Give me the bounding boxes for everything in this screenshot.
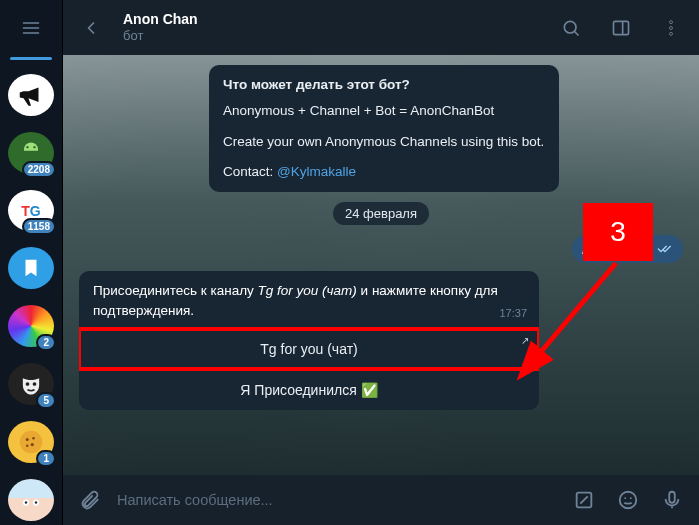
svg-point-7 bbox=[20, 431, 43, 454]
inline-buttons-row1: Tg for you (чат) ↗ bbox=[79, 328, 539, 369]
svg-point-14 bbox=[25, 501, 28, 504]
chat-title-block[interactable]: Anon Chan бот bbox=[123, 11, 539, 43]
sidebar-item-cookie[interactable]: 1 bbox=[8, 421, 54, 463]
svg-line-25 bbox=[580, 496, 587, 503]
svg-point-6 bbox=[33, 382, 37, 386]
chat-list: 2208 TG 1158 2 5 1 bbox=[8, 55, 54, 525]
svg-point-9 bbox=[32, 437, 35, 440]
sidebar-item-face[interactable] bbox=[8, 479, 54, 521]
emoji-button[interactable] bbox=[611, 483, 645, 517]
contact-link[interactable]: @Kylmakalle bbox=[277, 164, 356, 179]
incoming-message: Присоединитесь к каналу Tg for you (чат)… bbox=[79, 271, 539, 410]
sidebar-item-saved[interactable] bbox=[8, 247, 54, 289]
chat-title: Anon Chan bbox=[123, 11, 539, 28]
bot-commands-button[interactable] bbox=[567, 483, 601, 517]
svg-point-8 bbox=[26, 438, 29, 441]
date-separator: 24 февраля bbox=[333, 202, 429, 225]
search-button[interactable] bbox=[553, 10, 589, 46]
annotation-arrow-icon bbox=[511, 255, 631, 385]
inline-buttons-row2: Я Присоединился ✅ bbox=[79, 369, 539, 410]
svg-point-16 bbox=[564, 21, 576, 33]
svg-rect-18 bbox=[614, 21, 629, 34]
svg-line-23 bbox=[523, 263, 616, 373]
unread-badge: 1158 bbox=[22, 218, 54, 235]
svg-point-28 bbox=[630, 497, 632, 499]
svg-point-20 bbox=[670, 20, 673, 23]
info-contact: Contact: @Kylmakalle bbox=[223, 162, 545, 182]
unread-badge: 5 bbox=[36, 392, 54, 409]
chat-subtitle: бот bbox=[123, 28, 539, 44]
svg-point-15 bbox=[35, 501, 38, 504]
check-emoji: ✅ bbox=[361, 382, 378, 398]
chat-header: Anon Chan бот bbox=[63, 0, 699, 55]
join-channel-button[interactable]: Tg for you (чат) ↗ bbox=[79, 329, 539, 369]
svg-point-5 bbox=[26, 382, 30, 386]
svg-point-21 bbox=[670, 26, 673, 29]
more-button[interactable] bbox=[653, 10, 689, 46]
main-panel: Anon Chan бот Что может делать этот бот?… bbox=[63, 0, 699, 525]
menu-button[interactable] bbox=[0, 0, 63, 55]
confirm-joined-button[interactable]: Я Присоединился ✅ bbox=[79, 370, 539, 410]
incoming-channel-name: Tg for you (чат) bbox=[258, 283, 357, 298]
incoming-text: Присоединитесь к каналу Tg for you (чат)… bbox=[79, 271, 539, 328]
svg-point-22 bbox=[670, 32, 673, 35]
chat-area: Что может делать этот бот? Anonymous + C… bbox=[63, 55, 699, 475]
sidebar-item-tg[interactable]: TG 1158 bbox=[8, 190, 54, 232]
sidebar-item-megaphone[interactable] bbox=[8, 74, 54, 116]
sidebar-item-palette[interactable]: 2 bbox=[8, 305, 54, 347]
svg-line-17 bbox=[575, 31, 579, 35]
message-input[interactable] bbox=[117, 492, 557, 508]
unread-badge: 2 bbox=[36, 334, 54, 351]
svg-point-3 bbox=[26, 146, 28, 148]
read-ticks-icon bbox=[657, 244, 673, 254]
active-chat-indicator bbox=[10, 57, 52, 60]
sidebar: 2208 TG 1158 2 5 1 bbox=[0, 0, 63, 525]
bot-info-card: Что может делать этот бот? Anonymous + C… bbox=[209, 65, 559, 192]
attach-button[interactable] bbox=[73, 483, 107, 517]
voice-button[interactable] bbox=[655, 483, 689, 517]
sidepanel-button[interactable] bbox=[603, 10, 639, 46]
svg-point-10 bbox=[31, 443, 34, 446]
unread-badge: 2208 bbox=[22, 161, 54, 178]
svg-point-27 bbox=[624, 497, 626, 499]
info-line1: Anonymous + Channel + Bot = AnonChanBot bbox=[223, 101, 545, 121]
back-button[interactable] bbox=[73, 10, 109, 46]
annotation-callout: 3 bbox=[583, 203, 653, 261]
app-root: 2208 TG 1158 2 5 1 bbox=[0, 0, 699, 525]
composer bbox=[63, 475, 699, 525]
sidebar-item-android[interactable]: 2208 bbox=[8, 132, 54, 174]
sidebar-item-mask[interactable]: 5 bbox=[8, 363, 54, 405]
svg-point-26 bbox=[620, 492, 637, 509]
unread-badge: 1 bbox=[36, 450, 54, 467]
svg-rect-29 bbox=[669, 492, 675, 503]
svg-point-4 bbox=[33, 146, 35, 148]
svg-point-11 bbox=[26, 445, 29, 448]
info-heading: Что может делать этот бот? bbox=[223, 75, 545, 95]
info-line2: Create your own Anonymous Channels using… bbox=[223, 132, 545, 152]
